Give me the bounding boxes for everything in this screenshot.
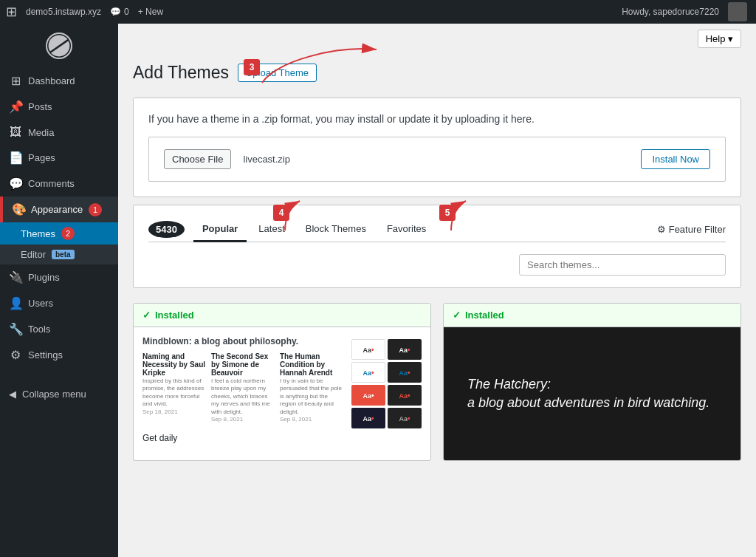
sidebar-item-tools[interactable]: 🔧 Tools xyxy=(0,316,118,342)
main-content: Help ▾ Add Themes Upload Theme 3 xyxy=(118,0,756,557)
posts-icon: 📌 xyxy=(9,100,22,114)
sidebar-item-settings[interactable]: ⚙ Settings xyxy=(0,342,118,368)
dashboard-icon: ⊞ xyxy=(9,74,22,88)
sidebar-item-editor[interactable]: Editor beta xyxy=(0,245,118,264)
sidebar-item-dashboard[interactable]: ⊞ Dashboard xyxy=(0,68,118,94)
page-title: Add Themes xyxy=(133,63,229,83)
sidebar-item-comments[interactable]: 💬 Comments xyxy=(0,171,118,197)
step-4-badge: 4 xyxy=(273,205,289,221)
swatch-1: Aa• xyxy=(351,339,385,360)
install-now-button[interactable]: Install Now xyxy=(641,149,710,169)
upload-section: If you have a theme in a .zip format, yo… xyxy=(133,98,741,197)
check-icon-2: ✓ xyxy=(453,310,461,321)
theme-preview-hatchery: The Hatchery: a blog about adventures in… xyxy=(444,327,740,460)
theme-count: 5430 xyxy=(148,221,185,238)
swatch-7: Aa• xyxy=(351,408,385,428)
choose-file-button[interactable]: Choose File xyxy=(164,149,231,169)
tab-popular[interactable]: Popular xyxy=(193,217,247,242)
search-row xyxy=(148,254,726,276)
site-url[interactable]: demo5.instawp.xyz xyxy=(26,7,101,17)
collapse-icon: ◀ xyxy=(9,389,16,400)
gear-icon: ⚙ xyxy=(657,224,666,235)
swatch-6: Aa• xyxy=(388,385,422,406)
installed-badge-2: ✓ Installed xyxy=(444,304,740,327)
feature-filter-button[interactable]: ⚙ Feature Filter xyxy=(657,224,726,235)
step-3-badge: 3 xyxy=(244,59,260,75)
user-avatar xyxy=(728,2,747,21)
step-5-badge: 5 xyxy=(439,205,456,221)
comments-button[interactable]: 💬 0 xyxy=(110,7,129,17)
sidebar: ⊞ Dashboard 📌 Posts 🖼 Media 📄 Pages 💬 Co… xyxy=(0,0,118,557)
plugins-icon: 🔌 xyxy=(9,270,22,284)
appearance-icon: 🎨 xyxy=(12,202,25,216)
swatch-5: Aa• xyxy=(351,385,385,406)
theme-preview-mindblown: Mindblown: a blog about philosophy. Nami… xyxy=(134,327,430,445)
help-bar: Help ▾ xyxy=(118,24,756,48)
pages-icon: 📄 xyxy=(9,151,22,165)
tab-latest[interactable]: Latest xyxy=(250,217,293,242)
users-icon: 👤 xyxy=(9,296,22,310)
upload-description: If you have a theme in a .zip format, yo… xyxy=(148,113,726,125)
sidebar-item-users[interactable]: 👤 Users xyxy=(0,290,118,316)
tabs-row: 5430 Popular Latest Block Themes Favorit… xyxy=(148,217,726,242)
tools-icon: 🔧 xyxy=(9,322,22,336)
sidebar-item-pages[interactable]: 📄 Pages xyxy=(0,145,118,171)
tab-block-themes[interactable]: Block Themes xyxy=(297,217,375,242)
book-3: The Human Condition by Hannah Arendt I t… xyxy=(280,352,346,423)
sidebar-item-media[interactable]: 🖼 Media xyxy=(0,120,118,145)
themes-badge: 2 xyxy=(61,227,75,240)
sidebar-item-appearance[interactable]: 🎨 Appearance 1 xyxy=(0,197,118,222)
media-icon: 🖼 xyxy=(9,126,22,139)
appearance-badge: 1 xyxy=(89,203,102,216)
themes-tabs-section: 5430 Popular Latest Block Themes Favorit… xyxy=(133,205,741,288)
appearance-submenu: Themes 2 Editor beta xyxy=(0,222,118,264)
sidebar-item-themes[interactable]: Themes 2 xyxy=(0,222,118,245)
user-greeting: Howdy, sapedoruce7220 xyxy=(622,7,719,17)
themes-grid: ✓ Installed Mindblown: a blog about phil… xyxy=(133,303,741,461)
help-button[interactable]: Help ▾ xyxy=(698,30,741,48)
swatch-4: Aa• xyxy=(388,362,422,383)
sidebar-item-plugins[interactable]: 🔌 Plugins xyxy=(0,264,118,290)
page-header: Add Themes Upload Theme xyxy=(133,63,741,83)
swatch-2: Aa• xyxy=(388,339,422,360)
books-grid: Naming and Necessity by Saul Kripke Insp… xyxy=(142,352,346,423)
check-icon-1: ✓ xyxy=(142,310,151,321)
swatch-8: Aa• xyxy=(388,408,422,428)
upload-form: Choose File livecast.zip Install Now xyxy=(148,137,726,182)
mindblown-tagline: Mindblown: a blog about philosophy. xyxy=(142,336,346,346)
collapse-menu-button[interactable]: ◀ Collapse menu xyxy=(0,383,118,406)
hatchery-title: The Hatchery: a blog about adventures in… xyxy=(456,363,729,424)
installed-badge-1: ✓ Installed xyxy=(134,304,430,327)
new-content-button[interactable]: + New xyxy=(138,7,163,17)
beta-badge: beta xyxy=(52,250,75,259)
search-themes-input[interactable] xyxy=(519,254,726,276)
book-2: The Second Sex by Simone de Beauvoir I f… xyxy=(211,352,277,423)
theme-card-hatchery: ✓ Installed The Hatchery: a blog about a… xyxy=(443,303,741,461)
settings-icon: ⚙ xyxy=(9,348,22,362)
swatch-3: Aa• xyxy=(351,362,385,383)
wordpress-icon: ⊞ xyxy=(6,4,17,20)
comments-nav-icon: 💬 xyxy=(9,177,22,191)
theme-card-mindblown: ✓ Installed Mindblown: a blog about phil… xyxy=(133,303,431,461)
color-swatches: Aa• Aa• Aa• Aa• Aa• Aa• Aa• Aa• xyxy=(351,339,422,428)
wp-logo xyxy=(0,24,118,68)
book-1: Naming and Necessity by Saul Kripke Insp… xyxy=(142,352,208,423)
tab-favorites[interactable]: Favorites xyxy=(378,217,435,242)
admin-bar: ⊞ demo5.instawp.xyz 💬 0 + New Howdy, sap… xyxy=(0,0,756,24)
sidebar-item-posts[interactable]: 📌 Posts xyxy=(0,94,118,120)
file-name-display: livecast.zip xyxy=(243,154,290,165)
get-daily-text: Get daily xyxy=(142,433,422,443)
